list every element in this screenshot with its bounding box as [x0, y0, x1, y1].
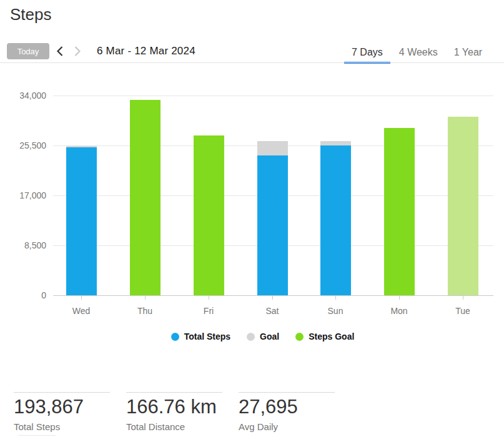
x-axis-tick	[399, 296, 400, 300]
stat-value: 27,695	[239, 396, 335, 418]
next-section-divider	[18, 435, 56, 436]
bar-total-steps-wed[interactable]	[66, 147, 97, 295]
x-axis-tick	[81, 296, 82, 300]
stat-value: 193,867	[14, 396, 110, 418]
stat-label: Total Steps	[14, 421, 110, 432]
chevron-left-icon[interactable]	[55, 45, 65, 57]
x-axis-tick	[463, 296, 463, 300]
stat-value: 166.76 km	[126, 396, 222, 418]
x-axis-label-mon: Mon	[374, 306, 424, 316]
legend-item-goal[interactable]: Goal	[247, 331, 279, 341]
x-axis-tick	[209, 296, 209, 300]
bar-total-steps-mon[interactable]	[384, 128, 415, 295]
today-button[interactable]: Today	[7, 43, 49, 59]
range-tabs: 7 Days 4 Weeks 1 Year	[344, 41, 490, 64]
legend-item-total-steps[interactable]: Total Steps	[171, 331, 230, 341]
y-axis-label: 17,000	[0, 190, 46, 200]
bar-total-steps-tue[interactable]	[448, 117, 478, 295]
page-title: Steps	[10, 5, 52, 24]
steps-goal-dot-icon	[295, 333, 304, 341]
bar-total-steps-sat[interactable]	[257, 155, 288, 295]
x-axis-tick	[145, 296, 146, 300]
stat-total-steps: 193,867 Total Steps	[14, 392, 110, 432]
total-steps-dot-icon	[171, 333, 179, 341]
y-axis-label: 0	[0, 290, 46, 300]
steps-bar-chart: 08,50017,00025,50034,000WedThuFriSatSunM…	[0, 87, 504, 322]
summary-stats: 193,867 Total Steps 166.76 km Total Dist…	[14, 392, 335, 432]
x-axis-label-tue: Tue	[438, 306, 488, 316]
x-axis-tick	[272, 296, 273, 300]
stat-label: Avg Daily	[239, 421, 335, 432]
tab-7-days[interactable]: 7 Days	[344, 41, 390, 64]
y-axis-label: 34,000	[0, 91, 46, 101]
y-axis-label: 25,500	[0, 140, 46, 150]
steps-page: Steps Today 6 Mar - 12 Mar 2024 7 Days 4…	[0, 0, 504, 437]
legend-label: Total Steps	[184, 331, 230, 341]
bar-total-steps-thu[interactable]	[130, 100, 161, 295]
goal-dot-icon	[247, 333, 255, 341]
chart-legend: Total Steps Goal Steps Goal	[0, 331, 504, 341]
bar-total-steps-fri[interactable]	[194, 135, 224, 295]
x-axis-label-sun: Sun	[310, 306, 360, 316]
x-axis-label-fri: Fri	[184, 306, 234, 316]
gridline-0	[53, 295, 493, 296]
bar-total-steps-sun[interactable]	[320, 145, 351, 295]
stat-label: Total Distance	[126, 421, 222, 432]
stat-avg-daily: 27,695 Avg Daily	[239, 392, 335, 432]
chevron-right-icon[interactable]	[72, 45, 82, 57]
legend-item-steps-goal[interactable]: Steps Goal	[295, 331, 354, 341]
x-axis-label-thu: Thu	[120, 306, 170, 316]
x-axis-label-wed: Wed	[56, 306, 106, 316]
date-range: 6 Mar - 12 Mar 2024	[97, 45, 195, 57]
tab-4-weeks[interactable]: 4 Weeks	[392, 41, 445, 64]
header-divider	[0, 62, 504, 63]
legend-label: Steps Goal	[309, 331, 354, 341]
stat-total-distance: 166.76 km Total Distance	[126, 392, 222, 432]
legend-label: Goal	[260, 331, 279, 341]
x-axis-tick	[335, 296, 336, 300]
gridline-34,000	[53, 96, 493, 96]
x-axis-label-sat: Sat	[247, 306, 297, 316]
y-axis-label: 8,500	[0, 240, 46, 250]
tab-1-year[interactable]: 1 Year	[447, 41, 490, 64]
